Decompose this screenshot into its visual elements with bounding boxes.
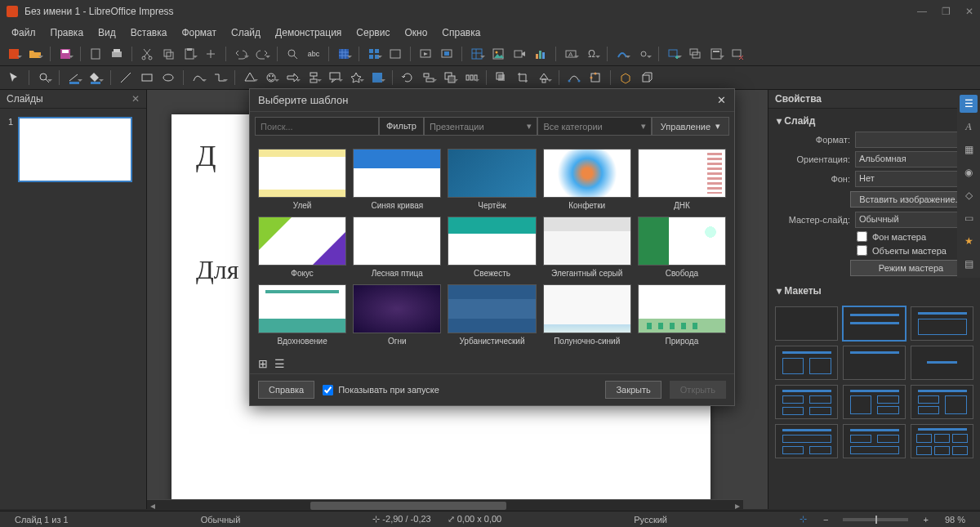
menu-edit[interactable]: Правка [44, 25, 91, 40]
search-input[interactable] [255, 117, 379, 136]
template-item[interactable]: Лесная птица [353, 217, 441, 278]
master-bg-check[interactable] [857, 231, 867, 242]
tab-animation[interactable]: ★ [960, 232, 978, 250]
template-item[interactable]: Огни [353, 284, 441, 346]
filter-button[interactable] [535, 69, 553, 87]
shadow-button[interactable] [492, 69, 510, 87]
flowchart-tool[interactable] [305, 69, 323, 87]
open-button[interactable] [26, 45, 44, 63]
copy-button[interactable] [159, 45, 177, 63]
points-tool[interactable] [565, 69, 583, 87]
layout-2x2[interactable] [775, 385, 838, 419]
template-item[interactable]: Свобода [638, 217, 726, 278]
insert-image-button[interactable]: Вставить изображение... [850, 191, 972, 208]
filter-category-combo[interactable]: Все категории▾ [537, 117, 651, 136]
curve-tool[interactable] [189, 69, 207, 87]
spellcheck-button[interactable]: abc [305, 45, 323, 63]
layout-two-content[interactable] [775, 346, 838, 380]
print-button[interactable] [108, 45, 126, 63]
view-list-icon[interactable]: ☰ [274, 357, 285, 370]
section-layouts[interactable]: ▾ Макеты [768, 282, 980, 300]
master-mode-button[interactable]: Режим мастера [850, 260, 972, 276]
filter-app-combo[interactable]: Презентации▾ [424, 117, 537, 136]
zoom-out-icon[interactable]: − [815, 515, 836, 525]
find-button[interactable] [283, 45, 301, 63]
template-item[interactable]: ДНК [638, 149, 726, 210]
tab-slide-transition[interactable]: ▭ [960, 209, 978, 227]
layout-title-content[interactable] [911, 306, 973, 341]
line-color-button[interactable] [65, 69, 83, 87]
connector-tool[interactable] [211, 69, 229, 87]
basic-shapes-tool[interactable] [241, 69, 259, 87]
tab-master-slides[interactable]: ▤ [960, 255, 978, 273]
minimize-button[interactable]: — [917, 6, 927, 17]
new-doc-button[interactable] [5, 45, 23, 63]
template-item[interactable]: Конфетки [543, 149, 631, 210]
display-views-button[interactable] [365, 45, 383, 63]
slide-thumbnail[interactable] [18, 117, 132, 182]
template-item[interactable]: Синяя кривая [353, 149, 441, 210]
callouts-tool[interactable] [326, 69, 344, 87]
template-item[interactable]: Свежесть [448, 217, 536, 278]
layout-3h[interactable] [775, 424, 838, 458]
insert-special-char-button[interactable]: Ω [583, 45, 601, 63]
layout-centered[interactable] [911, 346, 973, 380]
undo-button[interactable] [232, 45, 250, 63]
fit-page-icon[interactable]: ⊹ [791, 514, 815, 525]
export-pdf-button[interactable] [87, 45, 105, 63]
template-item[interactable]: Элегантный серый [543, 217, 631, 278]
insert-table-button[interactable] [468, 45, 486, 63]
maximize-button[interactable]: ❐ [942, 6, 951, 17]
scrollbar-thumb[interactable] [310, 502, 506, 510]
grid-button[interactable] [335, 45, 353, 63]
insert-av-button[interactable] [510, 45, 528, 63]
layout-1-2[interactable] [843, 385, 906, 419]
horizontal-scrollbar[interactable]: ◂ ▸ [147, 499, 743, 511]
master-slide-button[interactable] [386, 45, 404, 63]
zoom-in-icon[interactable]: + [915, 515, 936, 525]
stars-tool[interactable] [347, 69, 365, 87]
close-dialog-button[interactable]: Закрыть [605, 381, 661, 399]
close-panel-icon[interactable]: ✕ [131, 93, 140, 105]
3d-tool[interactable] [368, 69, 386, 87]
menu-format[interactable]: Формат [175, 25, 223, 40]
template-item[interactable]: Вдохновение [258, 284, 346, 346]
distribute-tool[interactable] [462, 69, 480, 87]
manage-button[interactable]: Управление ▾ [652, 117, 729, 136]
template-item[interactable]: Улей [258, 149, 346, 210]
align-tool[interactable] [420, 69, 438, 87]
template-item[interactable]: Чертёж [448, 149, 536, 210]
master-combo[interactable]: Обычный [855, 212, 972, 228]
new-slide-button[interactable] [665, 45, 683, 63]
start-slideshow-button[interactable] [416, 45, 434, 63]
layout-2-1[interactable] [911, 385, 973, 419]
menu-insert[interactable]: Вставка [124, 25, 174, 40]
clone-format-button[interactable] [202, 45, 220, 63]
orientation-combo[interactable]: Альбомная [855, 151, 972, 167]
tab-gallery[interactable]: ▦ [960, 141, 978, 159]
menu-help[interactable]: Справка [435, 25, 487, 40]
layout-title-only[interactable] [843, 346, 906, 380]
status-lang[interactable]: Русский [626, 515, 675, 525]
menu-slide[interactable]: Слайд [225, 25, 267, 40]
layout-6[interactable] [911, 424, 973, 458]
insert-hyperlink-button[interactable] [635, 45, 653, 63]
layout-blank[interactable] [775, 306, 838, 341]
arrange-tool[interactable] [441, 69, 459, 87]
extrusion-button[interactable] [617, 69, 635, 87]
rect-tool[interactable] [138, 69, 156, 87]
block-arrows-tool[interactable] [283, 69, 301, 87]
menu-tools[interactable]: Сервис [350, 25, 396, 40]
menu-slideshow[interactable]: Демонстрация [269, 25, 348, 40]
paste-button[interactable] [180, 45, 198, 63]
insert-chart-button[interactable] [532, 45, 550, 63]
template-item[interactable]: Фокус [258, 217, 346, 278]
show-on-start-check[interactable] [323, 385, 333, 395]
ellipse-tool[interactable] [159, 69, 177, 87]
delete-slide-button[interactable] [728, 45, 746, 63]
toggle-extrusion-button[interactable] [638, 69, 656, 87]
cut-button[interactable] [138, 45, 156, 63]
rotate-tool[interactable] [399, 69, 416, 87]
gluepoints-tool[interactable] [586, 69, 604, 87]
template-item[interactable]: Полуночно-синий [543, 284, 631, 346]
